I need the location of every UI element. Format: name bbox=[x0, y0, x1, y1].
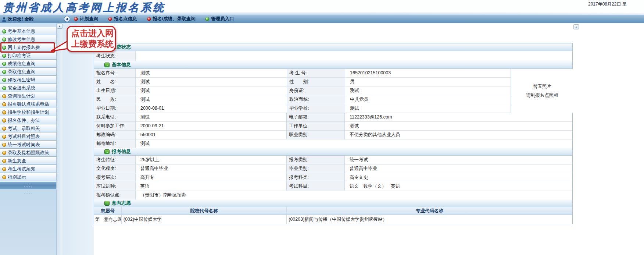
table-row: 第一意向志愿 (002)中国传媒大学 (00203)新闻与传播（中国传媒大学贵州… bbox=[94, 215, 572, 224]
menu-label: 报名/成绩、录取查询 bbox=[153, 16, 196, 22]
bullet-icon bbox=[2, 143, 6, 147]
bullet-icon bbox=[2, 86, 6, 90]
column-header: 专业代码名称 bbox=[287, 207, 572, 215]
bullet-icon bbox=[2, 38, 6, 42]
table-row: 毕业日期: 2000-08-01 毕业学校: 测试 bbox=[94, 104, 572, 113]
table-row: 报名序号: 测试 考 生 号: 1652010215100003 bbox=[94, 69, 572, 78]
menu-label: 报名点信息 bbox=[114, 16, 137, 22]
sidebar-item-confirm-phone[interactable]: 报名确认点联系电话 bbox=[0, 100, 56, 108]
table-row: 民 族: 测试 政治面貌: 中共党员 bbox=[94, 95, 572, 104]
sidebar-item-basic-info[interactable]: 考生基本信息 bbox=[0, 27, 56, 35]
table-row: 文化程度: 普通高中毕业 毕业类别: 普通高中毕业 bbox=[94, 164, 572, 173]
sidebar-item-newstudent-check[interactable]: 新生复查 bbox=[0, 157, 56, 165]
sidebar-item-subject-table[interactable]: 考试科目对照表 bbox=[0, 132, 56, 141]
table-row: 邮政编码: 550001 职业类别: 不便分类的其他从业人员 bbox=[94, 131, 572, 139]
welcome-user: 欢迎您! 金毅 bbox=[2, 16, 33, 22]
sidebar: 考生基本信息 修改考生信息 网上支付报名费 打印准考证 成绩信息查询 录取信息查… bbox=[0, 23, 56, 255]
status-value: 缴费成功，完成报名。本次考试于10月28日、29日举行。考生可于10月20日 8… bbox=[136, 51, 572, 61]
sidebar-item-special-tip[interactable]: 特别提示 bbox=[0, 173, 56, 181]
bullet-icon bbox=[2, 159, 6, 163]
status-label: 考生状态: bbox=[94, 51, 136, 61]
menu-item-admin-entry[interactable]: 管理员入口 bbox=[205, 16, 234, 22]
collapse-back-button[interactable] bbox=[64, 16, 70, 22]
sidebar-item-exam-schedule[interactable]: 统一考试时间表 bbox=[0, 141, 56, 149]
bullet-icon bbox=[2, 102, 6, 106]
app-window: 贵州省成人高考网上报名系统 2017年08月22日 星 欢迎您! 金毅 计划查询… bbox=[0, 0, 644, 255]
menu-label: 计划查询 bbox=[80, 16, 98, 22]
sidebar-item-change-password[interactable]: 修改考生密码 bbox=[0, 76, 56, 84]
callout-text-line2: 上缴费系统 bbox=[71, 39, 111, 49]
section-arrow-icon: → bbox=[104, 149, 110, 154]
bullet-icon bbox=[2, 62, 6, 66]
sidebar-item-print-ticket[interactable]: 打印准考证 bbox=[0, 52, 56, 60]
sidebar-footer-band: ::::: bbox=[0, 181, 56, 189]
bullet-icon bbox=[2, 29, 6, 33]
bullet-icon bbox=[2, 70, 6, 74]
sidebar-item-safe-exit[interactable]: 安全退出系统 bbox=[0, 84, 56, 92]
no-photo-text: 暂无照片 bbox=[533, 84, 551, 90]
bullet-icon bbox=[2, 118, 6, 123]
current-date: 2017年08月22日 星 bbox=[588, 1, 644, 7]
menu-item-site-info[interactable]: 报名点信息 bbox=[108, 16, 137, 22]
user-icon bbox=[2, 17, 6, 22]
wish-table-header: 志愿号 院校代号名称 专业代码名称 bbox=[94, 207, 572, 215]
table-row: 邮寄地址: 测试 bbox=[94, 139, 572, 148]
sidebar-item-edit-info[interactable]: 修改考生信息 bbox=[0, 35, 56, 43]
bullet-icon bbox=[2, 167, 6, 171]
wish-number: 第一意向志愿 bbox=[94, 215, 122, 224]
sidebar-footer-dots: ::::: bbox=[0, 189, 56, 196]
back-arrow-icon bbox=[66, 18, 68, 21]
red-dot-icon bbox=[108, 17, 112, 21]
bullet-icon bbox=[2, 46, 6, 50]
bullet-icon bbox=[2, 78, 6, 82]
status-row: 考生状态: 缴费成功，完成报名。本次考试于10月28日、29日举行。考生可于10… bbox=[94, 51, 572, 61]
photo-placeholder: 暂无照片 请到报名点照相 bbox=[511, 69, 573, 113]
bullet-icon bbox=[2, 54, 6, 58]
menu-item-score-query[interactable]: 报名/成绩、录取查询 bbox=[147, 16, 196, 22]
scroll-up-icon[interactable]: ▲ bbox=[573, 24, 579, 29]
table-row: 报考确认点: （贵阳市）南明区招办 bbox=[94, 191, 572, 199]
sidebar-item-admission-info[interactable]: 录取信息查询 bbox=[0, 68, 56, 76]
table-row: 出生日期: 测试 身份证: 测试 bbox=[94, 86, 572, 95]
column-header: 志愿号 bbox=[94, 207, 122, 215]
section-header-payment-status: → 缴费状态 bbox=[94, 43, 572, 51]
bullet-icon bbox=[2, 94, 6, 98]
section-header-apply-info: → 报考信息 bbox=[94, 148, 572, 156]
section-header-wish-list: → 意向志愿 bbox=[94, 199, 572, 207]
sidebar-item-care-policy[interactable]: 录取及提档照顾政策 bbox=[0, 149, 56, 157]
wish-table: 志愿号 院校代号名称 专业代码名称 第一意向志愿 (002)中国传媒大学 (00… bbox=[94, 207, 572, 224]
red-dot-icon bbox=[147, 17, 151, 21]
wish-major: (00203)新闻与传播（中国传媒大学贵州函授站） bbox=[287, 215, 572, 224]
scroll-up-icon[interactable]: ▲ bbox=[57, 24, 62, 29]
bullet-icon bbox=[2, 110, 6, 114]
callout-text-line1: 点击进入网 bbox=[71, 28, 111, 39]
sidebar-scrollbar[interactable]: ▲ bbox=[56, 23, 62, 255]
sidebar-item-exam-admission[interactable]: 考试、录取相关 bbox=[0, 124, 56, 132]
bullet-icon bbox=[2, 175, 6, 179]
green-dot-icon bbox=[205, 17, 209, 21]
table-row: 报考层次: 高升专 报考科类: 高专文史 bbox=[94, 173, 572, 182]
sidebar-item-requirements[interactable]: 报名条件、办法 bbox=[0, 116, 56, 124]
wish-school: (002)中国传媒大学 bbox=[122, 215, 287, 224]
sidebar-item-plan-search[interactable]: 查询招生计划 bbox=[0, 92, 56, 100]
main-content: ▲ → 缴费状态 考生状态: 缴费成功，完成报名。本次考试于10月28日、29日… bbox=[62, 23, 644, 255]
column-header: 院校代号名称 bbox=[122, 207, 287, 215]
table-row: 考生特征: 25岁以上 报考类别: 统一考试 bbox=[94, 156, 572, 164]
sidebar-item-school-plan[interactable]: 招生学校和招生计划 bbox=[0, 108, 56, 116]
sidebar-item-exam-notice[interactable]: 考生考试须知 bbox=[0, 165, 56, 173]
table-row: 姓 名: 测试 性 别: 男 bbox=[94, 78, 572, 86]
sidebar-item-score-info[interactable]: 成绩信息查询 bbox=[0, 60, 56, 68]
sidebar-item-online-payment[interactable]: 网上支付报名费 bbox=[0, 43, 56, 52]
section-arrow-icon: → bbox=[104, 63, 110, 67]
toolbar-menu: 计划查询 报名点信息 报名/成绩、录取查询 管理员入口 bbox=[74, 15, 234, 23]
welcome-text: 欢迎您! 金毅 bbox=[8, 16, 33, 22]
content-left-margin bbox=[62, 23, 94, 255]
table-row: 联系电话: 测试 电子邮箱: 11222333@126.com bbox=[94, 113, 572, 122]
section-header-basic-info: → 基本信息 bbox=[94, 61, 572, 69]
menu-label: 管理员入口 bbox=[211, 16, 234, 22]
red-dot-icon bbox=[74, 17, 78, 21]
callout-bubble: 点击进入网 上缴费系统 bbox=[67, 26, 116, 52]
apply-info-table: 考生特征: 25岁以上 报考类别: 统一考试 文化程度: 普通高中毕业 毕业类别… bbox=[94, 156, 572, 199]
table-row: 何时参加工作: 2000-09-21 工作单位: 测试 bbox=[94, 122, 572, 131]
menu-item-plan-query[interactable]: 计划查询 bbox=[74, 16, 98, 22]
